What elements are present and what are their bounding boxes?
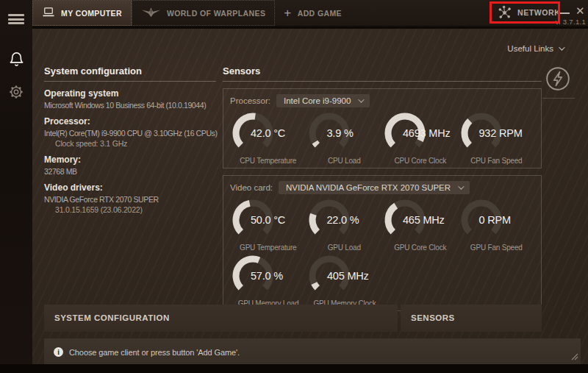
app-window: MY COMPUTER WORLD OF WARPLANES + ADD GAM… — [0, 0, 588, 373]
video-card-dropdown-label: Video card: — [230, 183, 273, 192]
sensor-label: GPU Fan Speed — [459, 244, 535, 252]
sensor-label: GPU Core Clock — [382, 244, 459, 252]
tab-label: MY COMPUTER — [61, 9, 122, 18]
network-label: NETWORK — [517, 8, 560, 17]
video-card-sensors-group: Video card: NVIDIA NVIDIA GeForce RTX 20… — [223, 175, 542, 311]
config-section-subline: 31.0.15.1659 (23.06.2022) — [55, 205, 216, 214]
sensors-title: Sensors — [223, 65, 542, 82]
sensor-gauge: 50.0 °CGPU Temperature — [230, 196, 306, 252]
config-section: Processor:Intel(R) Core(TM) i9-9900 CPU … — [44, 116, 216, 148]
tab-label: ADD GAME — [298, 9, 342, 18]
system-configuration-sections: Operating systemMicrosoft Windows 10 Bus… — [44, 88, 216, 214]
system-configuration-panel: System configuration Operating systemMic… — [44, 65, 216, 214]
sensor-value: 0 RPM — [479, 214, 511, 226]
config-section: Video drivers:NVIDIA GeForce RTX 2070 SU… — [44, 182, 216, 214]
sensor-label: CPU Temperature — [230, 157, 306, 165]
divider — [542, 98, 575, 99]
status-bar: i Choose game client or press button 'Ad… — [44, 338, 581, 366]
config-section-line: Intel(R) Core(TM) i9-9900 CPU @ 3.10GHz … — [44, 129, 216, 138]
world-of-warplanes-wings-icon — [141, 6, 161, 20]
notifications-icon[interactable] — [0, 44, 32, 74]
resize-handle-icon[interactable] — [571, 350, 578, 363]
my-computer-laptop-icon — [42, 7, 55, 19]
processor-sensors-group: Processor: Intel Core i9-9900 42.0 °CCPU… — [223, 88, 542, 168]
config-section: Operating systemMicrosoft Windows 10 Bus… — [44, 88, 216, 110]
window-bottom-strip — [0, 364, 588, 373]
sensor-gauge: 42.0 °CCPU Temperature — [230, 109, 306, 165]
system-configuration-title: System configuration — [44, 65, 216, 82]
video-card-select[interactable]: NVIDIA NVIDIA GeForce RTX 2070 SUPER — [279, 181, 470, 194]
config-section: Memory:32768 MB — [44, 154, 216, 176]
config-section-subline: Clock speed: 3.1 GHz — [55, 139, 216, 148]
video-card-selected-value: NVIDIA NVIDIA GeForce RTX 2070 SUPER — [286, 183, 451, 192]
sensor-value: 22.0 % — [327, 214, 359, 226]
chevron-down-icon — [359, 96, 365, 102]
status-message: Choose game client or press button 'Add … — [69, 348, 240, 357]
sensor-label: GPU Temperature — [230, 244, 306, 252]
minimize-button[interactable] — [560, 7, 570, 14]
sensor-value: 42.0 °C — [251, 127, 285, 139]
sensor-label: CPU Fan Speed — [459, 157, 535, 165]
network-icon — [497, 4, 512, 21]
power-boost-icon[interactable] — [542, 65, 573, 95]
config-section-heading: Memory: — [44, 154, 216, 165]
config-section-line: NVIDIA GeForce RTX 2070 SUPER — [44, 195, 216, 204]
sensor-gauge: 405 MHzGPU Memory Clock — [306, 252, 383, 308]
plus-icon: + — [284, 6, 291, 21]
sensor-label: CPU Core Clock — [382, 157, 459, 165]
sensor-value: 50.0 °C — [251, 214, 285, 226]
config-section-heading: Operating system — [44, 88, 216, 99]
sensor-label: CPU Load — [306, 157, 383, 165]
sensor-value: 3.9 % — [327, 127, 354, 139]
processor-select[interactable]: Intel Core i9-9900 — [276, 94, 370, 107]
app-version: v. 3.7.1.1 — [556, 18, 586, 26]
tab-my-computer[interactable]: MY COMPUTER — [32, 0, 132, 26]
sensors-panel: Sensors Processor: Intel Core i9-9900 42… — [223, 65, 542, 311]
sensor-gauge: 22.0 %GPU Load — [306, 196, 383, 252]
sensor-label: GPU Load — [306, 244, 383, 252]
top-tab-bar: MY COMPUTER WORLD OF WARPLANES + ADD GAM… — [32, 0, 588, 27]
useful-links-dropdown[interactable]: Useful Links — [507, 44, 563, 53]
config-section-line: 32768 MB — [44, 167, 216, 176]
tab-label: WORLD OF WARPLANES — [167, 9, 265, 18]
sensor-gauge: 57.0 %GPU Memory Load — [230, 252, 306, 308]
settings-gear-icon[interactable] — [0, 77, 32, 107]
sidebar — [0, 0, 32, 364]
sensor-value: 465 MHz — [403, 214, 445, 226]
sensor-value: 932 RPM — [479, 127, 523, 139]
useful-links-label: Useful Links — [507, 44, 553, 53]
processor-dropdown-label: Processor: — [230, 96, 270, 105]
sensor-gauge: 932 RPMCPU Fan Speed — [459, 109, 535, 165]
config-section-line: Microsoft Windows 10 Business 64-bit (10… — [44, 101, 216, 110]
sensor-gauge: 465 MHzGPU Core Clock — [382, 196, 459, 252]
tab-world-of-warplanes[interactable]: WORLD OF WARPLANES — [132, 0, 275, 26]
sensor-value: 405 MHz — [327, 270, 369, 282]
config-section-heading: Video drivers: — [44, 182, 216, 193]
footer-tab-sensors[interactable]: SENSORS — [401, 305, 542, 332]
sensor-value: 57.0 % — [251, 270, 283, 282]
info-icon: i — [54, 347, 63, 357]
config-section-heading: Processor: — [44, 116, 216, 127]
close-button[interactable]: ✕ — [576, 4, 585, 18]
main-content: Useful Links System configuration Operat… — [32, 29, 588, 364]
sensor-gauge: 3.9 %CPU Load — [306, 109, 383, 165]
processor-selected-value: Intel Core i9-9900 — [284, 96, 351, 105]
chevron-down-icon — [559, 44, 564, 50]
sensor-gauge: 0 RPMGPU Fan Speed — [459, 196, 535, 252]
footer-tab-system-configuration[interactable]: SYSTEM CONFIGURATION — [44, 305, 398, 332]
sensor-value: 4693 MHz — [403, 127, 451, 139]
chevron-down-icon — [458, 183, 464, 189]
menu-icon[interactable] — [0, 4, 32, 34]
tab-add-game[interactable]: + ADD GAME — [275, 0, 351, 26]
sensor-gauge: 4693 MHzCPU Core Clock — [382, 109, 459, 165]
